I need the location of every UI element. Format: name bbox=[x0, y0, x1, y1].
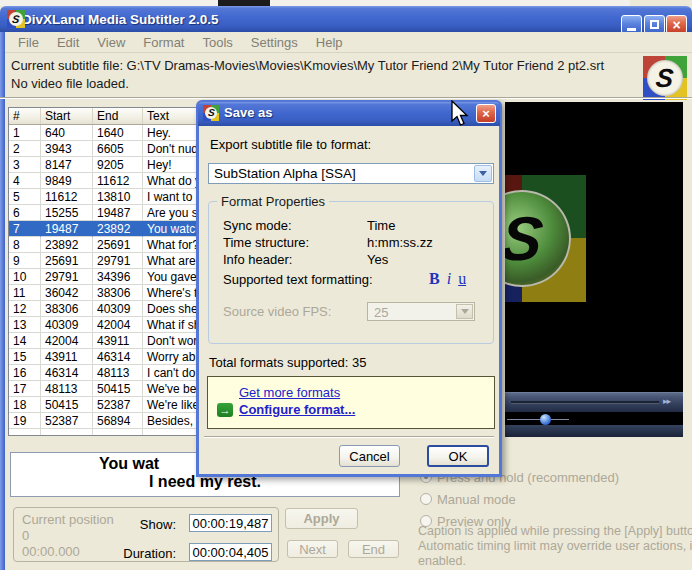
volume-area bbox=[505, 413, 683, 425]
format-properties-group: Format Properties Sync mode: Time Time s… bbox=[208, 201, 494, 344]
menu-item[interactable]: Help bbox=[307, 33, 352, 52]
cell-number: 11 bbox=[9, 285, 41, 301]
player-control-bar: ▸▸ bbox=[505, 392, 683, 412]
cell-start: 11612 bbox=[41, 189, 93, 205]
total-formats-text: Total formats supported: 35 bbox=[209, 355, 367, 370]
menu-item[interactable]: Edit bbox=[48, 33, 88, 52]
underline-indicator: u bbox=[458, 270, 466, 287]
dialog-close-button[interactable]: × bbox=[476, 104, 496, 123]
time-counter: 00:00.000 bbox=[22, 544, 80, 559]
cell-number: 7 bbox=[9, 221, 41, 237]
cell-start: 40309 bbox=[41, 317, 93, 333]
chevron-down-icon bbox=[461, 309, 469, 314]
cell-end: 38306 bbox=[93, 285, 143, 301]
cancel-button[interactable]: Cancel bbox=[339, 445, 400, 467]
frame-counter: 0 bbox=[22, 528, 29, 543]
cell-end: 48113 bbox=[93, 365, 143, 381]
column-header-end[interactable]: End bbox=[93, 108, 143, 124]
cell-number: 1 bbox=[9, 125, 41, 141]
cell-end: 34396 bbox=[93, 269, 143, 285]
current-subtitle-file: Current subtitle file: G:\TV Dramas-Movi… bbox=[11, 58, 604, 73]
cell-start: 50415 bbox=[41, 397, 93, 413]
apply-help-text: Caption is applied while pressing the [A… bbox=[418, 524, 690, 569]
cell-number: 5 bbox=[9, 189, 41, 205]
cell-number: 9 bbox=[9, 253, 41, 269]
duration-label: Duration: bbox=[102, 546, 176, 561]
property-value: Yes bbox=[367, 252, 388, 267]
configure-format-link[interactable]: Configure format... bbox=[239, 402, 355, 417]
show-time-input[interactable]: 00:00:19,487 bbox=[189, 514, 272, 532]
cell-start: 48113 bbox=[41, 381, 93, 397]
video-file-status: No video file loaded. bbox=[11, 76, 129, 91]
minimize-icon bbox=[627, 28, 636, 31]
cell-start: 38306 bbox=[41, 301, 93, 317]
app-logo-icon: S bbox=[7, 10, 25, 28]
cell-number: 8 bbox=[9, 237, 41, 253]
dialog-separator bbox=[204, 436, 494, 438]
cell-number: 17 bbox=[9, 381, 41, 397]
cell-start: 52387 bbox=[41, 413, 93, 429]
dropdown-button[interactable] bbox=[474, 165, 492, 182]
duration-input[interactable]: 00:00:04,405 bbox=[189, 543, 272, 561]
cell-start: 25691 bbox=[41, 253, 93, 269]
end-button[interactable]: End bbox=[348, 540, 399, 558]
property-value: h:mm:ss.zz bbox=[367, 235, 433, 250]
menu-item[interactable]: View bbox=[88, 33, 134, 52]
cell-start: 29791 bbox=[41, 269, 93, 285]
volume-track[interactable] bbox=[507, 419, 569, 420]
cell-end: 25691 bbox=[93, 237, 143, 253]
dialog-icon: S bbox=[203, 105, 219, 121]
radio-label: Manual mode bbox=[437, 492, 516, 507]
capture-mode-option[interactable]: Manual mode bbox=[420, 492, 688, 514]
radio-icon bbox=[420, 493, 432, 505]
cell-start: 3943 bbox=[41, 141, 93, 157]
format-dropdown[interactable]: SubStation Alpha [SSA] bbox=[208, 163, 494, 184]
cell-number: 19 bbox=[9, 413, 41, 429]
current-position-label: Current position bbox=[22, 512, 114, 527]
column-header-number[interactable]: # bbox=[9, 108, 41, 124]
cell-start: 640 bbox=[41, 125, 93, 141]
cell-start: 43911 bbox=[41, 349, 93, 365]
cell-start: 36042 bbox=[41, 285, 93, 301]
save-as-dialog: S Save as × Export subtitle file to form… bbox=[196, 100, 502, 477]
mouse-cursor bbox=[450, 100, 472, 130]
cell-end: 19487 bbox=[93, 205, 143, 221]
divxland-watermark-logo: S bbox=[505, 175, 586, 302]
show-label: Show: bbox=[102, 517, 176, 532]
cell-number: 2 bbox=[9, 141, 41, 157]
next-button[interactable]: Next bbox=[287, 540, 338, 558]
italic-indicator: i bbox=[447, 270, 451, 287]
menu-item[interactable]: Tools bbox=[193, 33, 241, 52]
get-more-formats-link[interactable]: Get more formats bbox=[239, 385, 340, 400]
cell-end: 11612 bbox=[93, 173, 143, 189]
apply-button[interactable]: Apply bbox=[285, 508, 358, 529]
cell-number: 13 bbox=[9, 317, 41, 333]
menu-item[interactable]: Settings bbox=[242, 33, 307, 52]
menu-item[interactable]: File bbox=[9, 33, 48, 52]
window-title: DivXLand Media Subtitler 2.0.5 bbox=[22, 12, 219, 27]
volume-knob[interactable] bbox=[540, 414, 551, 425]
cell-start: 23892 bbox=[41, 237, 93, 253]
ok-button[interactable]: OK bbox=[427, 445, 489, 467]
menu-bar: FileEditViewFormatToolsSettingsHelp bbox=[5, 32, 692, 53]
fps-dropdown[interactable]: 25 bbox=[367, 302, 475, 321]
cell-end: 52387 bbox=[93, 397, 143, 413]
group-title: Format Properties bbox=[217, 194, 329, 209]
separator bbox=[0, 97, 692, 99]
column-header-start[interactable]: Start bbox=[41, 108, 93, 124]
property-label: Info header: bbox=[223, 252, 292, 267]
cell-start: 9849 bbox=[41, 173, 93, 189]
seek-slider[interactable] bbox=[511, 401, 659, 404]
format-dropdown-value: SubStation Alpha [SSA] bbox=[214, 166, 356, 181]
cell-start: 42004 bbox=[41, 333, 93, 349]
cell-end: 46314 bbox=[93, 349, 143, 365]
player-bottom-bar bbox=[505, 425, 683, 437]
window-left-border bbox=[0, 32, 5, 570]
cell-end: 40309 bbox=[93, 301, 143, 317]
cell-number: 3 bbox=[9, 157, 41, 173]
cell-end: 50415 bbox=[93, 381, 143, 397]
cell-start: 8147 bbox=[41, 157, 93, 173]
menu-item[interactable]: Format bbox=[134, 33, 193, 52]
fast-forward-icon[interactable]: ▸▸ bbox=[663, 396, 670, 406]
cell-end: 13810 bbox=[93, 189, 143, 205]
